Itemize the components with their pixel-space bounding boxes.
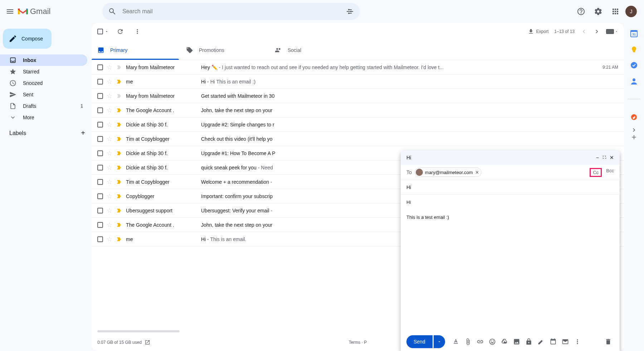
tab-promotions[interactable]: Promotions (180, 40, 269, 60)
row-checkbox[interactable] (97, 93, 103, 99)
minimize-icon[interactable]: − (596, 155, 599, 160)
calendar-icon[interactable]: 31 (630, 30, 638, 37)
close-icon[interactable]: ✕ (610, 155, 614, 160)
tab-social[interactable]: Social (269, 40, 358, 60)
more-icon[interactable] (132, 26, 143, 37)
horizontal-scrollbar[interactable] (97, 330, 180, 332)
tasks-icon[interactable] (630, 62, 638, 69)
send-button[interactable]: Send (406, 335, 433, 348)
star-icon[interactable]: ☆ (107, 235, 112, 243)
row-checkbox[interactable] (97, 165, 103, 170)
emoji-icon[interactable] (487, 336, 498, 347)
email-row[interactable]: ☆ Mary from Mailmeteor Hey ✏️ - I just w… (92, 60, 624, 74)
add-label-icon[interactable]: + (81, 129, 85, 137)
search-options-icon[interactable] (343, 4, 357, 19)
star-icon[interactable]: ☆ (107, 207, 112, 215)
important-icon[interactable] (116, 207, 122, 214)
keep-icon[interactable] (630, 46, 638, 53)
email-row[interactable]: ☆ The Google Account . John, take the ne… (92, 103, 624, 117)
star-icon[interactable]: ☆ (107, 192, 112, 200)
subject-field[interactable]: Hi (401, 180, 620, 194)
more-compose-icon[interactable] (572, 336, 583, 347)
confidential-icon[interactable] (523, 336, 535, 347)
row-checkbox[interactable] (97, 64, 103, 70)
remove-recipient-icon[interactable]: ✕ (475, 170, 479, 175)
attach-icon[interactable] (462, 336, 474, 347)
email-row[interactable]: ☆ Tim at Copyblogger Check out this vide… (92, 132, 624, 146)
sidebar-item-inbox[interactable]: Inbox (0, 54, 87, 66)
cc-button[interactable]: Cc (590, 168, 602, 177)
star-icon[interactable]: ☆ (107, 164, 112, 172)
row-checkbox[interactable] (97, 136, 103, 142)
search-input[interactable] (119, 8, 343, 15)
support-icon[interactable] (574, 4, 588, 19)
important-icon[interactable] (116, 78, 122, 85)
sidebar-item-starred[interactable]: Starred (0, 66, 87, 77)
footer-terms[interactable]: Terms · P (349, 340, 367, 345)
recipient-chip[interactable]: mary@mailmeteor.com ✕ (415, 168, 482, 177)
signature-icon[interactable] (535, 336, 547, 347)
settings-icon[interactable] (591, 4, 605, 19)
contacts-icon[interactable] (630, 77, 638, 85)
tab-primary[interactable]: Primary (92, 40, 180, 60)
row-checkbox[interactable] (97, 150, 103, 156)
link-icon[interactable] (474, 336, 486, 347)
next-page-icon[interactable] (593, 28, 600, 35)
star-icon[interactable]: ☆ (107, 78, 112, 86)
apps-icon[interactable] (608, 4, 623, 19)
discard-icon[interactable] (602, 336, 614, 347)
row-checkbox[interactable] (97, 236, 103, 242)
refresh-icon[interactable] (114, 26, 126, 37)
star-icon[interactable]: ☆ (107, 135, 112, 143)
drive-icon[interactable] (499, 336, 510, 347)
prev-page-icon[interactable] (580, 28, 587, 35)
to-field[interactable]: To mary@mailmeteor.com ✕ Cc Bcc (401, 165, 620, 180)
star-icon[interactable]: ☆ (107, 63, 112, 71)
fullscreen-icon[interactable] (602, 155, 607, 160)
row-checkbox[interactable] (97, 107, 103, 113)
main-menu-button[interactable] (3, 4, 17, 19)
select-dropdown-icon[interactable] (104, 29, 109, 34)
collapse-panel-icon[interactable] (630, 126, 638, 134)
sidebar-item-drafts[interactable]: Drafts1 (0, 100, 87, 112)
compose-title-bar[interactable]: Hi − ✕ (401, 150, 620, 165)
important-icon[interactable] (116, 64, 122, 71)
important-icon[interactable] (116, 93, 122, 99)
input-tools-icon[interactable] (606, 29, 618, 34)
star-icon[interactable]: ☆ (107, 221, 112, 229)
streak-icon[interactable] (630, 114, 638, 121)
important-icon[interactable] (116, 107, 122, 114)
email-row[interactable]: ☆ me Hi - Hi This is an email :) (92, 74, 624, 89)
open-new-icon[interactable] (145, 340, 150, 345)
bcc-button[interactable]: Bcc (606, 168, 614, 177)
add-panel-icon[interactable] (630, 134, 638, 141)
important-icon[interactable] (116, 236, 122, 242)
star-icon[interactable]: ☆ (107, 178, 112, 186)
account-avatar[interactable]: J (625, 6, 637, 17)
important-icon[interactable] (116, 150, 122, 157)
important-icon[interactable] (116, 179, 122, 185)
image-icon[interactable] (511, 336, 522, 347)
important-icon[interactable] (116, 121, 122, 128)
search-bar[interactable] (102, 3, 360, 20)
sidebar-item-snoozed[interactable]: Snoozed (0, 77, 87, 89)
templates-icon[interactable] (560, 336, 571, 347)
row-checkbox[interactable] (97, 179, 103, 185)
export-button[interactable]: Export (528, 28, 549, 35)
gmail-logo[interactable]: Gmail (17, 7, 102, 16)
star-icon[interactable]: ☆ (107, 92, 112, 100)
important-icon[interactable] (116, 164, 122, 171)
sidebar-item-more[interactable]: More (0, 112, 87, 123)
star-icon[interactable]: ☆ (107, 121, 112, 129)
star-icon[interactable]: ☆ (107, 149, 112, 157)
format-icon[interactable] (450, 336, 462, 347)
send-options-button[interactable] (434, 335, 445, 348)
schedule-icon[interactable] (547, 336, 559, 347)
sidebar-item-sent[interactable]: Sent (0, 89, 87, 100)
row-checkbox[interactable] (97, 79, 103, 85)
important-icon[interactable] (116, 136, 122, 142)
row-checkbox[interactable] (97, 222, 103, 228)
important-icon[interactable] (116, 222, 122, 228)
email-row[interactable]: ☆ Mary from Mailmeteor Get started with … (92, 89, 624, 103)
important-icon[interactable] (116, 193, 122, 199)
